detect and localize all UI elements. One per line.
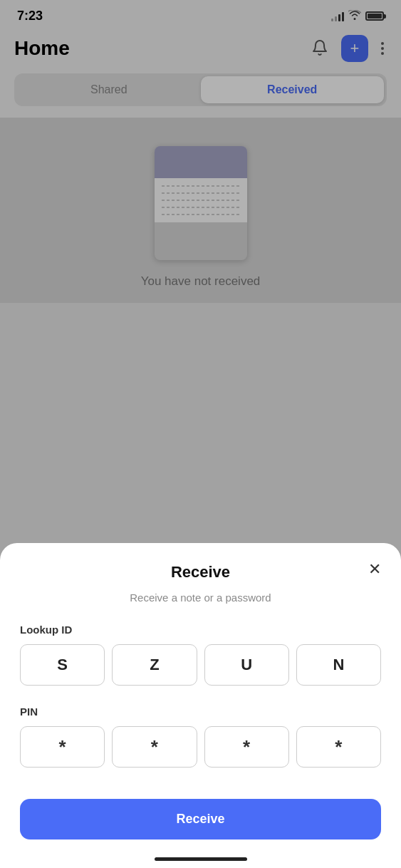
receive-button[interactable]: Receive: [20, 799, 381, 839]
modal-header: Receive ✕: [20, 563, 381, 582]
pin-label: PIN: [20, 706, 381, 718]
home-indicator: [155, 857, 247, 861]
modal-overlay: Receive ✕ Receive a note or a password L…: [0, 0, 401, 868]
lookup-char-4[interactable]: N: [296, 644, 381, 686]
pin-char-3[interactable]: *: [204, 726, 289, 768]
lookup-char-2[interactable]: Z: [112, 644, 197, 686]
receive-modal: Receive ✕ Receive a note or a password L…: [0, 543, 401, 868]
pin-char-1[interactable]: *: [20, 726, 105, 768]
lookup-id-boxes: S Z U N: [20, 644, 381, 686]
modal-title: Receive: [171, 563, 230, 582]
pin-char-4[interactable]: *: [296, 726, 381, 768]
lookup-char-3[interactable]: U: [204, 644, 289, 686]
modal-subtitle: Receive a note or a password: [20, 591, 381, 604]
close-button[interactable]: ✕: [368, 562, 381, 577]
lookup-id-label: Lookup ID: [20, 624, 381, 636]
pin-boxes: * * * *: [20, 726, 381, 768]
pin-char-2[interactable]: *: [112, 726, 197, 768]
lookup-char-1[interactable]: S: [20, 644, 105, 686]
